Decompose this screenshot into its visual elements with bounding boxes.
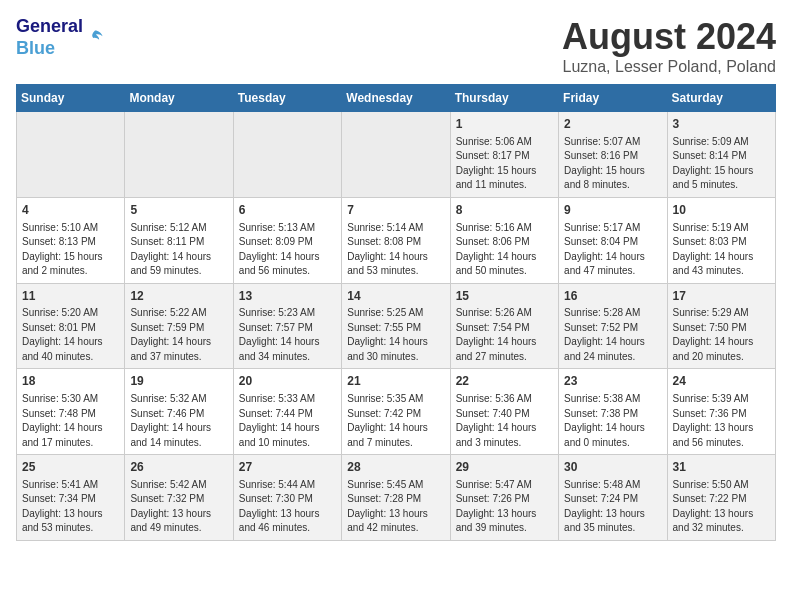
day-number: 16 — [564, 288, 661, 305]
calendar-body: 1Sunrise: 5:06 AM Sunset: 8:17 PM Daylig… — [17, 112, 776, 541]
day-number: 1 — [456, 116, 553, 133]
day-info: Sunrise: 5:41 AM Sunset: 7:34 PM Dayligh… — [22, 478, 119, 536]
calendar-day-cell: 18Sunrise: 5:30 AM Sunset: 7:48 PM Dayli… — [17, 369, 125, 455]
day-number: 20 — [239, 373, 336, 390]
day-info: Sunrise: 5:16 AM Sunset: 8:06 PM Dayligh… — [456, 221, 553, 279]
day-info: Sunrise: 5:25 AM Sunset: 7:55 PM Dayligh… — [347, 306, 444, 364]
day-info: Sunrise: 5:48 AM Sunset: 7:24 PM Dayligh… — [564, 478, 661, 536]
day-info: Sunrise: 5:30 AM Sunset: 7:48 PM Dayligh… — [22, 392, 119, 450]
calendar-day-cell: 5Sunrise: 5:12 AM Sunset: 8:11 PM Daylig… — [125, 197, 233, 283]
day-info: Sunrise: 5:06 AM Sunset: 8:17 PM Dayligh… — [456, 135, 553, 193]
day-number: 17 — [673, 288, 770, 305]
calendar-day-cell: 21Sunrise: 5:35 AM Sunset: 7:42 PM Dayli… — [342, 369, 450, 455]
day-info: Sunrise: 5:47 AM Sunset: 7:26 PM Dayligh… — [456, 478, 553, 536]
calendar-day-cell: 12Sunrise: 5:22 AM Sunset: 7:59 PM Dayli… — [125, 283, 233, 369]
weekday-header-cell: Friday — [559, 85, 667, 112]
day-info: Sunrise: 5:45 AM Sunset: 7:28 PM Dayligh… — [347, 478, 444, 536]
day-number: 23 — [564, 373, 661, 390]
weekday-header-cell: Thursday — [450, 85, 558, 112]
day-number: 31 — [673, 459, 770, 476]
day-info: Sunrise: 5:13 AM Sunset: 8:09 PM Dayligh… — [239, 221, 336, 279]
day-info: Sunrise: 5:23 AM Sunset: 7:57 PM Dayligh… — [239, 306, 336, 364]
weekday-header-cell: Sunday — [17, 85, 125, 112]
calendar-week-row: 25Sunrise: 5:41 AM Sunset: 7:34 PM Dayli… — [17, 455, 776, 541]
month-year-title: August 2024 — [562, 16, 776, 58]
day-number: 4 — [22, 202, 119, 219]
day-info: Sunrise: 5:28 AM Sunset: 7:52 PM Dayligh… — [564, 306, 661, 364]
day-number: 5 — [130, 202, 227, 219]
logo-bird-icon — [85, 28, 105, 48]
calendar-day-cell: 17Sunrise: 5:29 AM Sunset: 7:50 PM Dayli… — [667, 283, 775, 369]
calendar-day-cell: 11Sunrise: 5:20 AM Sunset: 8:01 PM Dayli… — [17, 283, 125, 369]
day-number: 22 — [456, 373, 553, 390]
calendar-day-cell — [17, 112, 125, 198]
weekday-header-row: SundayMondayTuesdayWednesdayThursdayFrid… — [17, 85, 776, 112]
day-info: Sunrise: 5:19 AM Sunset: 8:03 PM Dayligh… — [673, 221, 770, 279]
calendar-table: SundayMondayTuesdayWednesdayThursdayFrid… — [16, 84, 776, 541]
calendar-week-row: 4Sunrise: 5:10 AM Sunset: 8:13 PM Daylig… — [17, 197, 776, 283]
calendar-day-cell: 2Sunrise: 5:07 AM Sunset: 8:16 PM Daylig… — [559, 112, 667, 198]
day-number: 26 — [130, 459, 227, 476]
weekday-header-cell: Wednesday — [342, 85, 450, 112]
day-info: Sunrise: 5:07 AM Sunset: 8:16 PM Dayligh… — [564, 135, 661, 193]
day-number: 19 — [130, 373, 227, 390]
day-number: 11 — [22, 288, 119, 305]
calendar-day-cell: 10Sunrise: 5:19 AM Sunset: 8:03 PM Dayli… — [667, 197, 775, 283]
day-number: 30 — [564, 459, 661, 476]
day-number: 25 — [22, 459, 119, 476]
day-info: Sunrise: 5:10 AM Sunset: 8:13 PM Dayligh… — [22, 221, 119, 279]
day-number: 28 — [347, 459, 444, 476]
day-number: 15 — [456, 288, 553, 305]
day-number: 8 — [456, 202, 553, 219]
logo-text: GeneralBlue — [16, 16, 83, 59]
calendar-day-cell: 4Sunrise: 5:10 AM Sunset: 8:13 PM Daylig… — [17, 197, 125, 283]
day-info: Sunrise: 5:38 AM Sunset: 7:38 PM Dayligh… — [564, 392, 661, 450]
day-number: 12 — [130, 288, 227, 305]
calendar-day-cell: 26Sunrise: 5:42 AM Sunset: 7:32 PM Dayli… — [125, 455, 233, 541]
calendar-day-cell: 31Sunrise: 5:50 AM Sunset: 7:22 PM Dayli… — [667, 455, 775, 541]
location-subtitle: Luzna, Lesser Poland, Poland — [562, 58, 776, 76]
day-info: Sunrise: 5:35 AM Sunset: 7:42 PM Dayligh… — [347, 392, 444, 450]
day-info: Sunrise: 5:36 AM Sunset: 7:40 PM Dayligh… — [456, 392, 553, 450]
calendar-day-cell — [125, 112, 233, 198]
day-info: Sunrise: 5:14 AM Sunset: 8:08 PM Dayligh… — [347, 221, 444, 279]
weekday-header-cell: Tuesday — [233, 85, 341, 112]
calendar-day-cell: 8Sunrise: 5:16 AM Sunset: 8:06 PM Daylig… — [450, 197, 558, 283]
calendar-day-cell — [342, 112, 450, 198]
calendar-day-cell: 25Sunrise: 5:41 AM Sunset: 7:34 PM Dayli… — [17, 455, 125, 541]
day-info: Sunrise: 5:33 AM Sunset: 7:44 PM Dayligh… — [239, 392, 336, 450]
day-info: Sunrise: 5:39 AM Sunset: 7:36 PM Dayligh… — [673, 392, 770, 450]
weekday-header-cell: Saturday — [667, 85, 775, 112]
day-number: 13 — [239, 288, 336, 305]
calendar-day-cell: 24Sunrise: 5:39 AM Sunset: 7:36 PM Dayli… — [667, 369, 775, 455]
day-info: Sunrise: 5:26 AM Sunset: 7:54 PM Dayligh… — [456, 306, 553, 364]
calendar-day-cell: 19Sunrise: 5:32 AM Sunset: 7:46 PM Dayli… — [125, 369, 233, 455]
day-number: 29 — [456, 459, 553, 476]
day-info: Sunrise: 5:17 AM Sunset: 8:04 PM Dayligh… — [564, 221, 661, 279]
calendar-week-row: 18Sunrise: 5:30 AM Sunset: 7:48 PM Dayli… — [17, 369, 776, 455]
calendar-day-cell: 9Sunrise: 5:17 AM Sunset: 8:04 PM Daylig… — [559, 197, 667, 283]
day-info: Sunrise: 5:22 AM Sunset: 7:59 PM Dayligh… — [130, 306, 227, 364]
calendar-day-cell: 27Sunrise: 5:44 AM Sunset: 7:30 PM Dayli… — [233, 455, 341, 541]
calendar-day-cell: 1Sunrise: 5:06 AM Sunset: 8:17 PM Daylig… — [450, 112, 558, 198]
day-number: 6 — [239, 202, 336, 219]
calendar-week-row: 1Sunrise: 5:06 AM Sunset: 8:17 PM Daylig… — [17, 112, 776, 198]
day-info: Sunrise: 5:09 AM Sunset: 8:14 PM Dayligh… — [673, 135, 770, 193]
calendar-day-cell: 7Sunrise: 5:14 AM Sunset: 8:08 PM Daylig… — [342, 197, 450, 283]
day-number: 2 — [564, 116, 661, 133]
day-info: Sunrise: 5:50 AM Sunset: 7:22 PM Dayligh… — [673, 478, 770, 536]
day-number: 14 — [347, 288, 444, 305]
day-number: 7 — [347, 202, 444, 219]
calendar-day-cell: 6Sunrise: 5:13 AM Sunset: 8:09 PM Daylig… — [233, 197, 341, 283]
calendar-day-cell — [233, 112, 341, 198]
calendar-day-cell: 20Sunrise: 5:33 AM Sunset: 7:44 PM Dayli… — [233, 369, 341, 455]
calendar-header: GeneralBlue August 2024 Luzna, Lesser Po… — [16, 16, 776, 76]
day-info: Sunrise: 5:20 AM Sunset: 8:01 PM Dayligh… — [22, 306, 119, 364]
calendar-day-cell: 3Sunrise: 5:09 AM Sunset: 8:14 PM Daylig… — [667, 112, 775, 198]
calendar-day-cell: 16Sunrise: 5:28 AM Sunset: 7:52 PM Dayli… — [559, 283, 667, 369]
calendar-day-cell: 30Sunrise: 5:48 AM Sunset: 7:24 PM Dayli… — [559, 455, 667, 541]
calendar-day-cell: 13Sunrise: 5:23 AM Sunset: 7:57 PM Dayli… — [233, 283, 341, 369]
calendar-day-cell: 15Sunrise: 5:26 AM Sunset: 7:54 PM Dayli… — [450, 283, 558, 369]
day-number: 24 — [673, 373, 770, 390]
day-number: 3 — [673, 116, 770, 133]
